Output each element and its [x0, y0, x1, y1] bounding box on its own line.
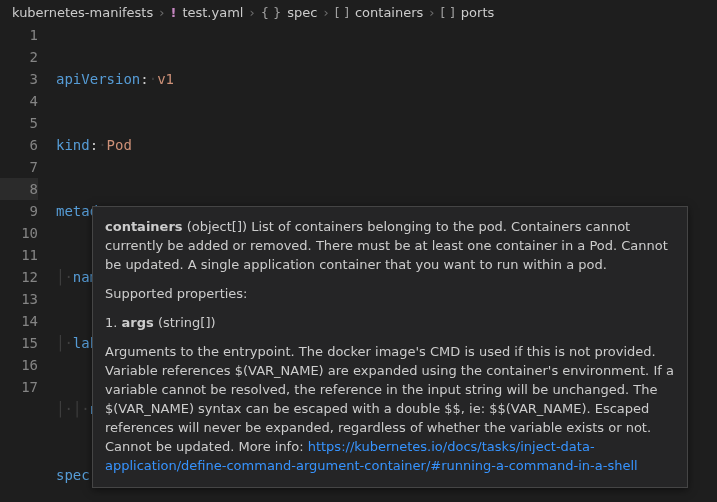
line-number: 17	[0, 376, 38, 398]
line-number: 2	[0, 46, 38, 68]
line-number: 12	[0, 266, 38, 288]
line-number: 5	[0, 112, 38, 134]
bracket-icon: [ ]	[441, 5, 455, 20]
breadcrumb-folder[interactable]: kubernetes-manifests	[12, 5, 153, 20]
hover-description: containers (object[]) List of containers…	[105, 217, 675, 274]
line-number: 14	[0, 310, 38, 332]
line-number: 3	[0, 68, 38, 90]
line-number: 10	[0, 222, 38, 244]
breadcrumb[interactable]: kubernetes-manifests › ! test.yaml › { }…	[0, 0, 717, 24]
code-line[interactable]: kind:·Pod	[56, 134, 717, 156]
hover-supported-label: Supported properties:	[105, 284, 675, 303]
exclamation-icon: !	[170, 5, 176, 20]
chevron-right-icon: ›	[429, 5, 434, 20]
chevron-right-icon: ›	[159, 5, 164, 20]
code-line[interactable]: apiVersion:·v1	[56, 68, 717, 90]
chevron-right-icon: ›	[323, 5, 328, 20]
breadcrumb-node-ports[interactable]: ports	[461, 5, 494, 20]
breadcrumb-file[interactable]: test.yaml	[182, 5, 243, 20]
chevron-right-icon: ›	[249, 5, 254, 20]
line-number: 16	[0, 354, 38, 376]
breadcrumb-node-spec[interactable]: spec	[287, 5, 317, 20]
hover-property-item: 1. args (string[])	[105, 313, 675, 332]
breadcrumb-node-containers[interactable]: containers	[355, 5, 423, 20]
hover-tooltip[interactable]: containers (object[]) List of containers…	[92, 206, 688, 488]
line-number: 8	[0, 178, 38, 200]
line-number: 7	[0, 156, 38, 178]
line-number: 9	[0, 200, 38, 222]
line-number: 4	[0, 90, 38, 112]
line-number: 15	[0, 332, 38, 354]
line-number-gutter: 1 2 3 4 5 6 7 8 9 10 11 12 13 14 15 16 1…	[0, 24, 56, 502]
brace-icon: { }	[261, 5, 282, 20]
code-editor[interactable]: 1 2 3 4 5 6 7 8 9 10 11 12 13 14 15 16 1…	[0, 24, 717, 502]
line-number: 6	[0, 134, 38, 156]
hover-property-description: Arguments to the entrypoint. The docker …	[105, 342, 675, 475]
line-number: 13	[0, 288, 38, 310]
bracket-icon: [ ]	[335, 5, 349, 20]
line-number: 11	[0, 244, 38, 266]
line-number: 1	[0, 24, 38, 46]
